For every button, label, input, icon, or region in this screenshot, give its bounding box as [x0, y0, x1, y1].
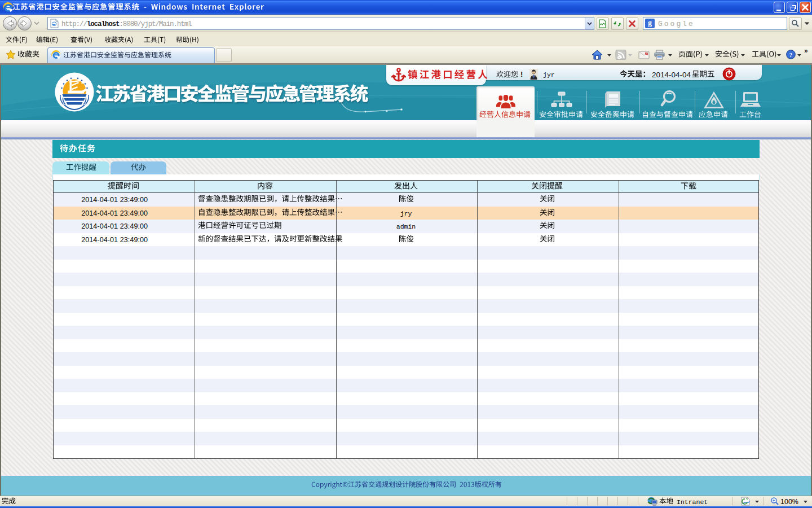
svg-text:?: ?	[789, 51, 793, 58]
